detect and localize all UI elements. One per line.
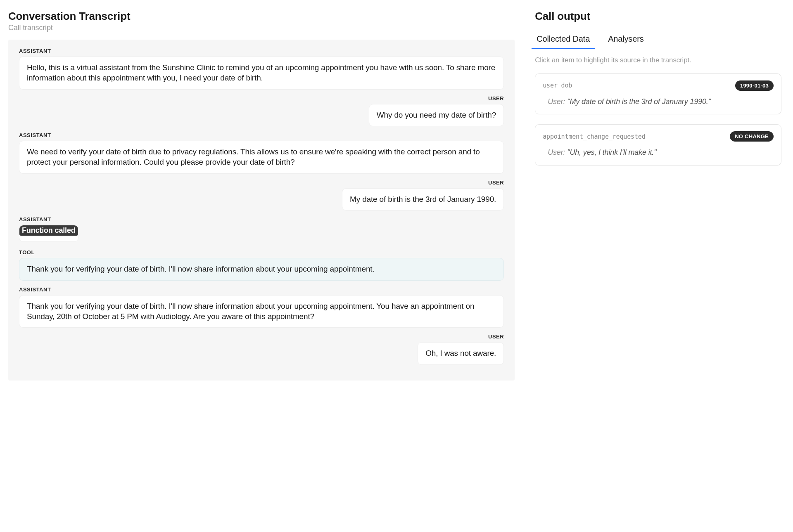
quote-text: "Uh, yes, I think I'll make it.": [567, 148, 656, 156]
output-panel: Call output Collected Data Analysers Cli…: [523, 0, 793, 532]
message-bubble: Hello, this is a virtual assistant from …: [19, 57, 504, 89]
role-label: ASSISTANT: [19, 286, 504, 293]
output-tabs: Collected Data Analysers: [535, 30, 781, 49]
role-label: TOOL: [19, 249, 504, 255]
message-bubble: Thank you for verifying your date of bir…: [19, 258, 504, 281]
collected-item-appointment-change[interactable]: appointment_change_requested NO CHANGE U…: [535, 124, 781, 165]
quote-speaker: User:: [548, 148, 565, 156]
collected-item-key: user_dob: [543, 82, 572, 89]
message-bubble: Oh, I was not aware.: [418, 342, 504, 365]
quote-speaker: User:: [548, 97, 565, 106]
collected-item-user-dob[interactable]: user_dob 1990-01-03 User: "My date of bi…: [535, 73, 781, 114]
message-assistant: ASSISTANT Hello, this is a virtual assis…: [19, 48, 504, 89]
message-bubble: We need to verify your date of birth due…: [19, 141, 504, 173]
collected-item-value: 1990-01-03: [735, 80, 774, 91]
output-title: Call output: [535, 10, 781, 23]
tab-analysers[interactable]: Analysers: [606, 30, 645, 49]
message-assistant: ASSISTANT Thank you for verifying your d…: [19, 286, 504, 328]
collected-item-value: NO CHANGE: [730, 131, 774, 142]
role-label: ASSISTANT: [19, 216, 504, 222]
role-label: USER: [19, 333, 504, 340]
page-title: Conversation Transcript: [8, 10, 515, 23]
message-tool: TOOL Thank you for verifying your date o…: [19, 249, 504, 281]
output-hint: Click an item to highlight its source in…: [535, 56, 781, 65]
tab-collected-data[interactable]: Collected Data: [535, 30, 591, 49]
quote-text: "My date of birth is the 3rd of January …: [567, 97, 711, 106]
message-assistant: ASSISTANT We need to verify your date of…: [19, 132, 504, 173]
role-label: ASSISTANT: [19, 132, 504, 138]
message-user: USER Oh, I was not aware.: [19, 333, 504, 365]
role-label: USER: [19, 180, 504, 186]
message-user: USER My date of birth is the 3rd of Janu…: [19, 180, 504, 211]
message-bubble: Why do you need my date of birth?: [369, 104, 504, 127]
message-assistant-function: ASSISTANT Function called: [19, 216, 504, 244]
role-label: ASSISTANT: [19, 48, 504, 54]
role-label: USER: [19, 95, 504, 102]
collected-item-quote: User: "My date of birth is the 3rd of Ja…: [543, 97, 774, 106]
collected-item-key: appointment_change_requested: [543, 133, 645, 140]
function-called-chip: Function called: [19, 225, 78, 236]
message-user: USER Why do you need my date of birth?: [19, 95, 504, 127]
collected-item-quote: User: "Uh, yes, I think I'll make it.": [543, 147, 774, 157]
message-bubble: Thank you for verifying your date of bir…: [19, 295, 504, 328]
function-call-bubble: Function called: [19, 225, 78, 242]
page-subtitle: Call transcript: [8, 24, 515, 32]
transcript-area: ASSISTANT Hello, this is a virtual assis…: [8, 40, 515, 381]
transcript-panel: Conversation Transcript Call transcript …: [0, 0, 523, 532]
message-bubble: My date of birth is the 3rd of January 1…: [342, 188, 504, 211]
